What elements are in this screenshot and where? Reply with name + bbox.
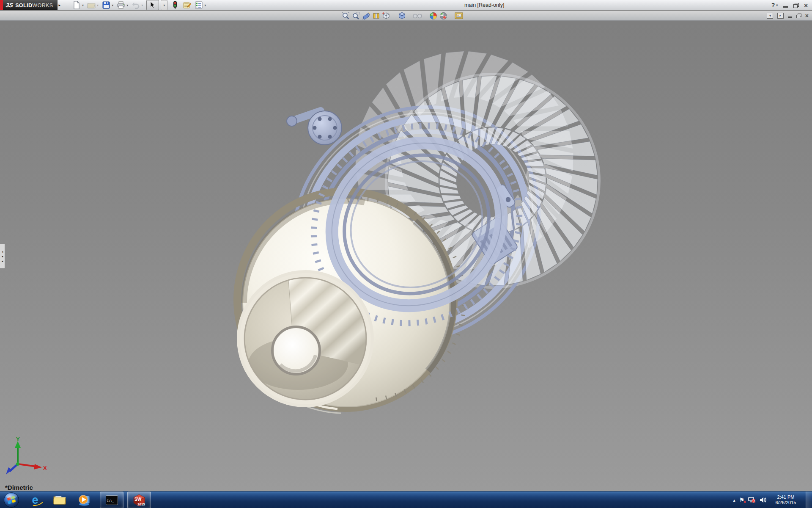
window-controls: ? ▾ ×	[771, 0, 808, 10]
bolt-plate-bracket	[287, 111, 342, 145]
options-button[interactable]: ▾	[195, 1, 206, 9]
brand-red-stripe	[0, 0, 3, 10]
dropdown-icon: ▾	[163, 3, 165, 7]
volume-icon[interactable]	[760, 497, 767, 503]
cmd-prompt-text: C:\_	[106, 499, 115, 503]
collapse-panel-left-button[interactable]: ◂	[767, 13, 773, 19]
comment-button[interactable]	[183, 1, 191, 9]
media-player-icon	[78, 494, 91, 506]
close-button[interactable]: ×	[804, 2, 808, 8]
options-list-icon	[195, 1, 203, 9]
standard-toolbar: ▾ ▾ ▾ ▾ ▾ ▾	[72, 0, 206, 10]
open-document-button[interactable]: ▾	[87, 1, 99, 9]
undo-button[interactable]: ▾	[132, 1, 143, 9]
hide-show-items-button[interactable]	[412, 11, 422, 20]
scene-sphere-icon	[439, 12, 447, 20]
undo-arrow-icon	[132, 1, 140, 9]
folder-icon	[53, 494, 66, 505]
triad-x-label: X	[43, 465, 47, 471]
dropdown-icon[interactable]: ▾	[97, 3, 99, 7]
expand-panel-right-button[interactable]: ▸	[777, 13, 784, 19]
dropdown-icon[interactable]: ▾	[112, 3, 113, 7]
solidworks-logo: 3S SOLIDWORKS	[3, 0, 58, 10]
dropdown-icon[interactable]: ▾	[204, 3, 206, 7]
dropdown-icon[interactable]: ▾	[82, 3, 84, 7]
zoom-to-fit-button[interactable]	[340, 11, 351, 20]
document-minimize-button[interactable]	[788, 14, 792, 18]
sw-year-label: 2015	[137, 502, 145, 506]
minimize-button[interactable]	[783, 3, 788, 8]
previous-view-telescope-icon	[362, 12, 370, 20]
show-desktop-button[interactable]	[806, 491, 812, 508]
new-document-button[interactable]: ▾	[72, 1, 84, 9]
windows-taskbar: e C:\_	[0, 491, 812, 508]
new-document-icon	[72, 1, 81, 9]
help-icon: ?	[771, 2, 775, 8]
command-prompt-icon: C:\_	[106, 495, 118, 505]
dropdown-icon[interactable]: ▾	[141, 3, 143, 7]
triad-y-label: Y	[16, 436, 20, 442]
display-style-cube-icon	[398, 12, 406, 20]
zoom-to-area-icon	[352, 12, 360, 20]
system-tray: ▴ ⚑ × 2:41 PM 6/2	[733, 491, 812, 508]
heads-up-toolbar	[340, 11, 464, 20]
panel-left-icon: ◂	[2, 255, 3, 258]
select-tool-dropdown[interactable]: ▾	[161, 0, 167, 10]
section-view-icon	[372, 12, 380, 20]
jet-engine-model[interactable]	[0, 21, 812, 491]
traffic-light-icon	[171, 1, 179, 9]
brand-works-text: WORKS	[32, 3, 53, 8]
taskbar-command-prompt-active[interactable]: C:\_	[100, 491, 123, 508]
select-tool-pressed-box[interactable]	[146, 0, 159, 10]
select-tool-button[interactable]: ▾	[146, 0, 167, 10]
zoom-to-area-button[interactable]	[351, 11, 361, 20]
document-window-controls: ◂ ▸ ×	[767, 11, 809, 20]
save-button[interactable]: ▾	[102, 1, 113, 9]
restore-button[interactable]	[793, 3, 798, 8]
clock-time: 2:41 PM	[772, 494, 799, 500]
display-style-button[interactable]	[397, 11, 407, 20]
cone-tip	[272, 327, 320, 374]
feature-manager-collapsed-tab[interactable]: ◂ ◂ ◂	[0, 244, 5, 269]
panel-right-icon: ▸	[780, 14, 782, 17]
start-button[interactable]	[3, 492, 19, 508]
save-floppy-icon	[102, 1, 110, 9]
document-restore-button[interactable]	[796, 14, 801, 18]
taskbar-media-player[interactable]	[74, 491, 94, 508]
solidworks-2015-icon: SW 2015	[133, 494, 145, 507]
coordinate-triad: Y X	[3, 436, 49, 475]
panel-left-icon: ◂	[2, 251, 3, 253]
taskbar-windows-explorer[interactable]	[50, 491, 69, 508]
graphics-viewport[interactable]: ◂ ◂ ◂ Y X *Dimetric	[0, 21, 812, 491]
view-orientation-button[interactable]	[381, 11, 391, 20]
menu-expand-arrow-icon[interactable]: ▸	[59, 3, 61, 7]
clock-date: 6/26/2015	[772, 500, 799, 505]
panel-left-icon: ◂	[769, 14, 771, 17]
edit-appearance-button[interactable]	[428, 11, 438, 20]
action-center-flag-icon[interactable]: ⚑ ×	[739, 497, 744, 503]
print-button[interactable]: ▾	[117, 1, 128, 9]
solidworks-application-window: 3S SOLIDWORKS ▸ ▾ ▾ ▾ ▾	[0, 0, 812, 508]
cursor-arrow-icon	[150, 2, 156, 8]
previous-view-button[interactable]	[361, 11, 371, 20]
view-settings-frame-icon	[455, 12, 463, 19]
taskbar-internet-explorer[interactable]: e	[25, 491, 45, 508]
view-orientation-cube-icon	[382, 12, 390, 20]
apply-scene-button[interactable]	[438, 11, 448, 20]
note-edit-icon	[183, 1, 191, 9]
show-hidden-icons-button[interactable]: ▴	[733, 498, 735, 502]
view-orientation-label: *Dimetric	[5, 484, 33, 491]
taskbar-clock[interactable]: 2:41 PM 6/26/2015	[772, 494, 799, 505]
sw-label: SW	[134, 497, 142, 502]
network-status-icon[interactable]	[748, 497, 756, 503]
title-bar: 3S SOLIDWORKS ▸ ▾ ▾ ▾ ▾	[0, 0, 812, 11]
window-title: main [Read-only]	[464, 2, 505, 8]
appearance-sphere-icon	[429, 12, 437, 20]
document-close-button[interactable]: ×	[805, 13, 809, 19]
view-settings-button[interactable]	[454, 11, 464, 20]
help-button[interactable]: ? ▾	[771, 2, 778, 8]
view-lights-button[interactable]	[171, 1, 179, 9]
section-view-button[interactable]	[371, 11, 381, 20]
dropdown-icon[interactable]: ▾	[126, 3, 128, 7]
taskbar-solidworks-active[interactable]: SW 2015	[127, 491, 151, 508]
